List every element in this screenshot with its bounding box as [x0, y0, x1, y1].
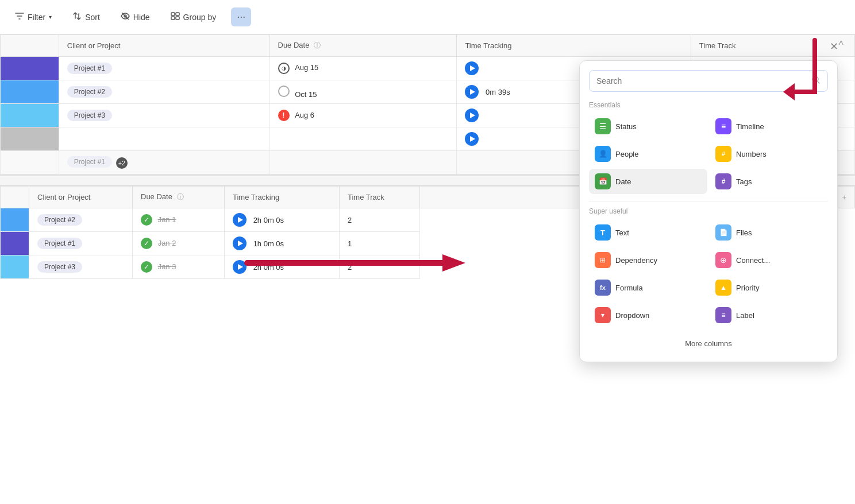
dependency-col-icon: ⊞ — [595, 252, 611, 268]
col-option-dropdown[interactable]: ▾ Dropdown — [589, 303, 707, 328]
col-option-text[interactable]: T Text — [589, 220, 707, 245]
project-badge: Project #3 — [67, 110, 112, 121]
status-col-icon: ☰ — [595, 118, 611, 134]
status-error-icon: ! — [278, 110, 290, 121]
col-option-connect[interactable]: ⊕ Connect... — [710, 247, 828, 273]
svg-rect-3 — [176, 13, 179, 15]
filter-button[interactable]: Filter ▾ — [9, 8, 57, 26]
play-button[interactable] — [465, 61, 479, 75]
play-button[interactable] — [465, 108, 479, 122]
project-cell: Project #3 — [59, 104, 269, 127]
hide-icon — [121, 11, 130, 22]
col-header-timetracking: Time Tracking — [457, 35, 691, 57]
col-header-0 — [1, 35, 59, 57]
col-option-tags[interactable]: # Tags — [710, 169, 828, 194]
text-col-icon: T — [595, 224, 611, 241]
filter-label: Filter — [28, 13, 45, 22]
row-color-bar — [1, 80, 59, 104]
row-color-bar — [1, 127, 59, 151]
sort-icon — [72, 11, 82, 22]
col-header-duedate: Due Date ⓘ — [269, 35, 457, 57]
play-button[interactable] — [233, 213, 247, 227]
project-cell: Project #2 — [29, 208, 133, 232]
project-cell: Project #3 — [29, 255, 133, 279]
col2-header-0 — [1, 187, 29, 208]
sort-button[interactable]: Sort — [67, 8, 106, 26]
super-useful-options: T Text 📄 Files ⊞ Dependency ⊕ Connect...… — [589, 220, 828, 328]
groupby-button[interactable]: Group by — [165, 8, 222, 26]
label-col-icon: ≡ — [715, 307, 731, 323]
col-option-people[interactable]: 👤 People — [589, 141, 707, 166]
col2-header-client: Client or Project — [29, 187, 133, 208]
search-input[interactable] — [596, 76, 807, 86]
col-option-timeline[interactable]: ≡ Timeline — [710, 114, 828, 139]
col2-header-duedate: Due Date ⓘ — [133, 187, 225, 208]
formula-col-icon: fx — [595, 280, 611, 296]
tags-col-icon: # — [715, 173, 731, 189]
project-badge: Project #3 — [37, 261, 82, 273]
sum-bar — [1, 151, 59, 175]
row-color-bar — [1, 104, 59, 127]
more-options-button[interactable]: ··· — [231, 7, 251, 26]
col-option-people-label: People — [615, 150, 638, 158]
hide-button[interactable]: Hide — [115, 8, 156, 26]
col-option-date[interactable]: 📅 Date — [589, 169, 707, 194]
more-columns-button[interactable]: More columns — [589, 335, 828, 352]
essentials-options: ☰ Status ≡ Timeline 👤 People # Numbers 📅… — [589, 114, 828, 194]
priority-col-icon: ▲ — [715, 280, 731, 296]
people-col-icon: 👤 — [595, 146, 611, 162]
row-color-bar — [1, 255, 29, 279]
col-option-priority[interactable]: ▲ Priority — [710, 275, 828, 300]
numbers-col-icon: # — [715, 146, 731, 162]
col-option-dependency[interactable]: ⊞ Dependency — [589, 247, 707, 273]
svg-rect-2 — [171, 13, 175, 15]
project-badge: Project #1 — [37, 238, 82, 249]
project-badge: Project #2 — [67, 86, 112, 98]
col-option-dropdown-label: Dropdown — [615, 311, 649, 320]
col-option-label-label: Label — [736, 311, 754, 320]
col-option-dependency-label: Dependency — [615, 256, 657, 265]
annotation-arrow-down — [780, 34, 826, 117]
sum-project-cell: Project #1 +2 — [59, 151, 269, 175]
chevron-up-button[interactable]: ^ — [839, 39, 844, 51]
date-value: Oct 15 — [295, 90, 317, 99]
info-icon: ⓘ — [314, 41, 321, 49]
play-button[interactable] — [465, 132, 479, 146]
col-option-files-label: Files — [736, 228, 752, 237]
col-option-files[interactable]: 📄 Files — [710, 220, 828, 245]
groupby-label: Group by — [183, 13, 217, 22]
timetrack-cell: 2 — [340, 208, 420, 232]
status-empty-icon — [278, 86, 290, 97]
super-useful-label: Super useful — [589, 207, 828, 215]
status-check-icon: ✓ — [141, 261, 152, 273]
toolbar: Filter ▾ Sort Hide Group by ··· — [0, 0, 855, 34]
timeline-col-icon: ≡ — [715, 118, 731, 134]
date-cell — [269, 127, 457, 151]
status-clock-icon: ◑ — [278, 63, 290, 74]
annotation-arrow-right — [241, 246, 471, 282]
hide-label: Hide — [133, 13, 150, 22]
date-cell: ◑ Aug 15 — [269, 57, 457, 80]
dropdown-col-icon: ▾ — [595, 307, 611, 323]
svg-rect-5 — [176, 17, 179, 20]
col-option-priority-label: Priority — [736, 284, 759, 292]
col-option-text-label: Text — [615, 228, 629, 237]
col-option-formula[interactable]: fx Formula — [589, 275, 707, 300]
project-cell — [59, 127, 269, 151]
col-option-status[interactable]: ☰ Status — [589, 114, 707, 139]
col-option-date-label: Date — [615, 177, 631, 186]
col2-header-timetracking: Time Tracking — [225, 187, 340, 208]
col-option-label[interactable]: ≡ Label — [710, 303, 828, 328]
date-value: Jan 2 — [158, 239, 176, 247]
status-check-icon: ✓ — [141, 238, 152, 249]
filter-chevron-icon: ▾ — [49, 14, 52, 20]
more-icon: ··· — [237, 11, 245, 22]
svg-rect-4 — [171, 17, 175, 20]
time-value: 0m 39s — [486, 88, 510, 96]
date-col-icon: 📅 — [595, 173, 611, 189]
play-button[interactable] — [465, 85, 479, 99]
col-option-numbers[interactable]: # Numbers — [710, 141, 828, 166]
project-badge: Project #1 — [67, 156, 112, 168]
project-cell: Project #1 — [29, 232, 133, 255]
project-badge: Project #2 — [37, 214, 82, 226]
